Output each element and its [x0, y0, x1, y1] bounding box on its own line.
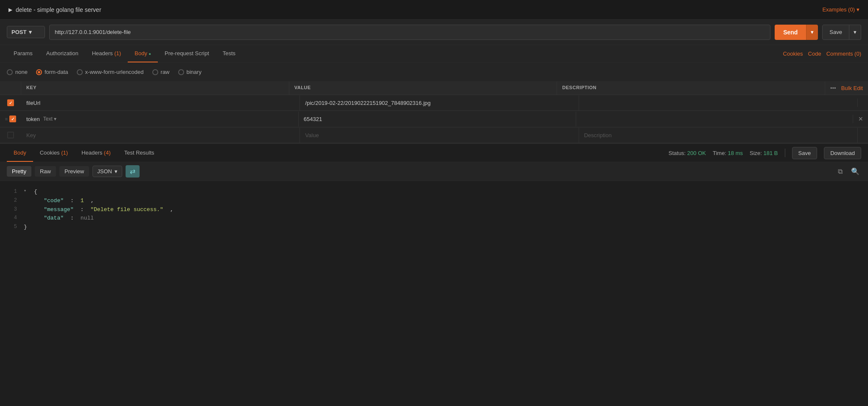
- row2-checkbox[interactable]: [9, 116, 16, 122]
- radio-raw-circle: [152, 69, 158, 75]
- copy-button[interactable]: ⧉: [836, 166, 844, 177]
- radio-binary-circle: [178, 69, 184, 75]
- time-value: 18 ms: [728, 150, 743, 156]
- row1-description: [579, 99, 858, 107]
- table-row: ≡ token Text ▾ 654321 ×: [0, 111, 868, 127]
- request-tab-nav: Params Authorization Headers (1) Body ● …: [0, 45, 868, 63]
- cookies-link[interactable]: Cookies: [783, 51, 803, 57]
- response-toolbar: Pretty Raw Preview JSON ▾ ⇄ ⧉ 🔍: [0, 162, 868, 181]
- code-link[interactable]: Code: [808, 51, 821, 57]
- radio-none[interactable]: none: [7, 69, 28, 75]
- response-download-button[interactable]: Download: [824, 147, 861, 159]
- save-button[interactable]: Save: [822, 25, 849, 40]
- tab-authorization[interactable]: Authorization: [39, 45, 85, 62]
- status-value: 200 OK: [687, 150, 706, 156]
- response-header: Body Cookies (1) Headers (4) Test Result…: [0, 144, 868, 162]
- raw-button[interactable]: Raw: [35, 166, 56, 177]
- radio-form-data-circle: [36, 69, 42, 75]
- examples-link[interactable]: Examples (0) ▾: [822, 6, 860, 13]
- save-dropdown-button[interactable]: ▾: [849, 25, 861, 40]
- preview-button[interactable]: Preview: [59, 166, 89, 177]
- table-row-placeholder: Key Value Description: [0, 127, 868, 143]
- tab-pre-request-script[interactable]: Pre-request Script: [158, 45, 216, 62]
- row1-checkbox[interactable]: [7, 99, 14, 106]
- code-line-2: 2 "code" : 1 ,: [7, 197, 861, 206]
- row1-key: fileUrl: [21, 96, 300, 110]
- radio-none-circle: [7, 69, 13, 75]
- tab-body[interactable]: Body ●: [128, 45, 158, 62]
- format-dropdown[interactable]: JSON ▾: [92, 166, 122, 177]
- radio-form-data[interactable]: form-data: [36, 69, 68, 75]
- method-dropdown[interactable]: POST ▾: [7, 26, 45, 38]
- resp-tab-body[interactable]: Body: [7, 144, 33, 162]
- pretty-button[interactable]: Pretty: [7, 166, 31, 177]
- type-dropdown[interactable]: Text ▾: [43, 116, 56, 122]
- request-tabs: Params Authorization Headers (1) Body ● …: [7, 45, 783, 62]
- row2-value: 654321: [299, 112, 576, 127]
- status-label: Status: 200 OK: [669, 150, 706, 156]
- row1-checkbox-cell: [0, 95, 21, 110]
- placeholder-description: Description: [579, 128, 858, 143]
- format-chevron-icon: ▾: [115, 168, 118, 175]
- form-table-area: KEY VALUE DESCRIPTION ••• Bulk Edit file…: [0, 82, 868, 144]
- response-meta: Status: 200 OK Time: 18 ms Size: 181 B S…: [669, 147, 861, 159]
- row1-actions: [858, 99, 868, 107]
- save-btn-group: Save ▾: [822, 25, 861, 40]
- row2-key: token: [26, 116, 40, 122]
- response-code-block: 1 ▾ { 2 "code" : 1 , 3 "message" : "Dele…: [0, 181, 868, 239]
- radio-binary[interactable]: binary: [178, 69, 202, 75]
- bulk-edit-button[interactable]: Bulk Edit: [841, 85, 863, 91]
- time-label: Time: 18 ms: [713, 150, 743, 156]
- response-save-button[interactable]: Save: [792, 147, 818, 159]
- send-button[interactable]: Send: [775, 25, 806, 40]
- method-label: POST: [11, 29, 26, 35]
- code-line-5: 5 }: [7, 223, 861, 232]
- placeholder-checkbox[interactable]: [7, 132, 14, 138]
- header-value: VALUE: [289, 82, 557, 95]
- body-options: none form-data x-www-form-urlencoded raw…: [0, 63, 868, 82]
- resp-tab-test-results[interactable]: Test Results: [118, 144, 161, 162]
- resp-tab-headers[interactable]: Headers (4): [75, 144, 118, 162]
- tab-params[interactable]: Params: [7, 45, 39, 62]
- drag-handle-icon[interactable]: ≡: [5, 116, 8, 121]
- radio-raw[interactable]: raw: [152, 69, 170, 75]
- search-button[interactable]: 🔍: [849, 166, 861, 177]
- title-bar: ▶ delete - simple golang file server Exa…: [0, 0, 868, 20]
- send-dropdown-button[interactable]: ▾: [806, 25, 818, 40]
- request-tab-right: Cookies Code Comments (0): [783, 51, 861, 57]
- row1-value: /pic/2019-02-22/20190222151902_784890231…: [300, 96, 579, 110]
- row2-checkbox-cell: ≡: [0, 111, 21, 127]
- row2-close-icon[interactable]: ×: [858, 115, 863, 123]
- placeholder-check: [0, 127, 21, 143]
- size-label: Size: 181 B: [750, 150, 778, 156]
- header-description: DESCRIPTION: [557, 82, 825, 95]
- row2-actions: ×: [853, 111, 868, 127]
- title-left: ▶ delete - simple golang file server: [8, 6, 101, 13]
- url-bar: POST ▾ Send ▾ Save ▾: [0, 20, 868, 45]
- placeholder-key: Key: [21, 128, 300, 143]
- code-line-4: 4 "data" : null: [7, 214, 861, 223]
- radio-url-encoded[interactable]: x-www-form-urlencoded: [77, 69, 144, 75]
- header-checkbox-col: [0, 82, 21, 95]
- radio-url-encoded-circle: [77, 69, 83, 75]
- code-line-1: 1 ▾ {: [7, 188, 861, 197]
- response-tabs: Body Cookies (1) Headers (4) Test Result…: [7, 144, 669, 162]
- tab-headers[interactable]: Headers (1): [85, 45, 128, 62]
- comments-link[interactable]: Comments (0): [826, 51, 861, 57]
- size-value: 181 B: [764, 150, 778, 156]
- format-label: JSON: [97, 168, 112, 175]
- code-line-3: 3 "message" : "Delete file success." ,: [7, 206, 861, 214]
- wrap-button[interactable]: ⇄: [126, 165, 140, 178]
- examples-label: Examples (0): [822, 6, 855, 13]
- collapse-arrow-icon[interactable]: ▶: [8, 7, 12, 13]
- tab-tests[interactable]: Tests: [216, 45, 242, 62]
- url-input[interactable]: [49, 25, 770, 40]
- collapse-arrow-icon[interactable]: ▾: [24, 188, 26, 197]
- placeholder-value: Value: [300, 128, 579, 143]
- page-title: delete - simple golang file server: [16, 6, 101, 13]
- form-table-header: KEY VALUE DESCRIPTION ••• Bulk Edit: [0, 82, 868, 95]
- dots-icon[interactable]: •••: [830, 85, 836, 91]
- row2-key-cell: token Text ▾: [21, 112, 299, 127]
- row2-description: [576, 115, 854, 123]
- resp-tab-cookies[interactable]: Cookies (1): [33, 144, 75, 162]
